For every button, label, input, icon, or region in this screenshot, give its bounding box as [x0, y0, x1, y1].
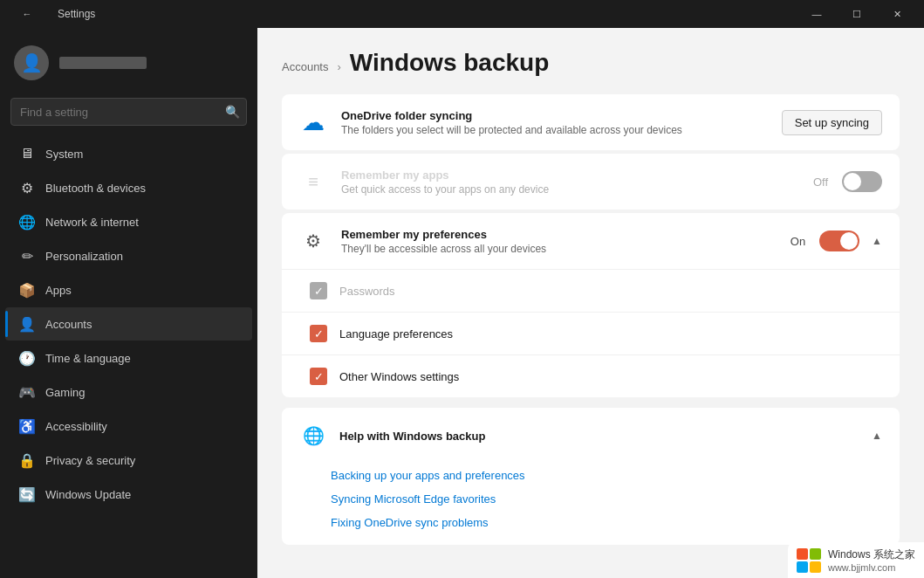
watermark-text: Windows 系统之家 www.bjjmlv.com — [828, 547, 915, 573]
sidebar-item-system-label: System — [45, 148, 83, 161]
remember-prefs-desc: They'll be accessible across all your de… — [341, 243, 777, 255]
windows-logo — [797, 548, 821, 573]
setup-sync-button[interactable]: Set up syncing — [782, 110, 882, 135]
passwords-row: ✓ Passwords — [282, 269, 900, 312]
help-link-0[interactable]: Backing up your apps and preferences — [331, 464, 882, 487]
sidebar: 👤 🔍 🖥System⚙Bluetooth & devices🌐Network … — [0, 28, 257, 578]
user-profile[interactable]: 👤 — [0, 35, 257, 91]
sidebar-item-time[interactable]: 🕐Time & language — [5, 341, 252, 375]
personalization-icon: ✏ — [19, 248, 35, 264]
breadcrumb-parent[interactable]: Accounts — [282, 60, 328, 73]
network-icon: 🌐 — [19, 214, 35, 230]
help-card: 🌐 Help with Windows backup ▲ Backing up … — [282, 408, 900, 545]
sidebar-item-accounts[interactable]: 👤Accounts — [5, 307, 252, 341]
remember-apps-toggle-knob — [844, 173, 861, 190]
help-link-1[interactable]: Syncing Microsoft Edge favorites — [331, 487, 882, 511]
other-windows-checkbox[interactable]: ✓ — [310, 368, 327, 385]
sidebar-item-gaming-label: Gaming — [45, 386, 86, 399]
passwords-checkbox[interactable]: ✓ — [310, 282, 327, 299]
sidebar-item-accessibility[interactable]: ♿Accessibility — [5, 409, 252, 443]
search-input[interactable] — [10, 98, 247, 126]
remember-prefs-chevron[interactable]: ▲ — [872, 235, 882, 247]
remember-prefs-text: Remember my preferences They'll be acces… — [341, 228, 777, 255]
close-button[interactable]: ✕ — [877, 0, 917, 28]
help-links: Backing up your apps and preferencesSync… — [282, 464, 900, 545]
remember-apps-row: ≡ Remember my apps Get quick access to y… — [282, 154, 900, 210]
privacy-icon: 🔒 — [19, 452, 35, 468]
help-header[interactable]: 🌐 Help with Windows backup ▲ — [282, 408, 900, 464]
sidebar-item-personalization-label: Personalization — [45, 250, 123, 263]
passwords-label: Passwords — [339, 285, 395, 298]
other-windows-label: Other Windows settings — [339, 370, 459, 383]
sidebar-item-apps-label: Apps — [45, 284, 72, 297]
remember-prefs-action: On ▲ — [791, 231, 882, 251]
sidebar-item-gaming[interactable]: 🎮Gaming — [5, 375, 252, 409]
main-layout: 👤 🔍 🖥System⚙Bluetooth & devices🌐Network … — [0, 28, 924, 578]
search-container: 🔍 — [10, 98, 247, 126]
language-prefs-checkbox[interactable]: ✓ — [310, 325, 327, 342]
help-chevron[interactable]: ▲ — [872, 430, 882, 442]
sidebar-item-apps[interactable]: 📦Apps — [5, 273, 252, 306]
titlebar: ← Settings — ☐ ✕ — [0, 0, 924, 28]
sidebar-item-bluetooth[interactable]: ⚙Bluetooth & devices — [5, 171, 252, 204]
search-icon: 🔍 — [225, 105, 240, 119]
sidebar-item-personalization[interactable]: ✏Personalization — [5, 239, 252, 272]
onedrive-card: ☁ OneDrive folder syncing The folders yo… — [282, 94, 900, 150]
sidebar-item-bluetooth-label: Bluetooth & devices — [45, 182, 146, 195]
sidebar-item-windows_update-label: Windows Update — [45, 488, 131, 501]
remember-prefs-row: ⚙ Remember my preferences They'll be acc… — [282, 213, 900, 269]
main-content: Accounts › Windows backup ☁ OneDrive fol… — [257, 28, 924, 578]
onedrive-text: OneDrive folder syncing The folders you … — [341, 109, 768, 136]
accounts-icon: 👤 — [19, 316, 35, 332]
onedrive-row: ☁ OneDrive folder syncing The folders yo… — [282, 94, 900, 150]
minimize-button[interactable]: — — [797, 0, 837, 28]
remember-prefs-toggle[interactable] — [819, 231, 859, 251]
time-icon: 🕐 — [19, 350, 35, 366]
bluetooth-icon: ⚙ — [19, 180, 35, 196]
avatar: 👤 — [14, 45, 49, 80]
avatar-icon: 👤 — [21, 52, 43, 73]
remember-prefs-toggle-label: On — [791, 235, 805, 248]
onedrive-action: Set up syncing — [782, 110, 882, 135]
onedrive-title: OneDrive folder syncing — [341, 109, 768, 122]
sidebar-item-time-label: Time & language — [45, 352, 131, 365]
sidebar-item-privacy[interactable]: 🔒Privacy & security — [5, 444, 252, 477]
language-prefs-label: Language preferences — [339, 327, 453, 341]
system-icon: 🖥 — [19, 146, 35, 162]
remember-apps-icon: ≡ — [299, 168, 327, 196]
sidebar-item-accessibility-label: Accessibility — [45, 420, 107, 433]
sidebar-item-network[interactable]: 🌐Network & internet — [5, 205, 252, 238]
remember-prefs-toggle-knob — [840, 232, 858, 250]
maximize-button[interactable]: ☐ — [837, 0, 877, 28]
gaming-icon: 🎮 — [19, 384, 35, 400]
sidebar-item-windows_update[interactable]: 🔄Windows Update — [5, 478, 252, 511]
other-windows-row: ✓ Other Windows settings — [282, 354, 900, 397]
sidebar-item-privacy-label: Privacy & security — [45, 454, 135, 467]
remember-apps-desc: Get quick access to your apps on any dev… — [341, 183, 799, 196]
help-icon: 🌐 — [299, 422, 327, 450]
back-button[interactable]: ← — [7, 0, 47, 28]
sidebar-item-system[interactable]: 🖥System — [5, 137, 252, 170]
titlebar-left: ← Settings — [7, 0, 95, 28]
username-placeholder — [59, 57, 147, 69]
sidebar-item-network-label: Network & internet — [45, 216, 139, 229]
windows_update-icon: 🔄 — [19, 486, 35, 502]
apps-icon: 📦 — [19, 282, 35, 298]
page-title: Windows backup — [350, 49, 549, 77]
breadcrumb-separator: › — [337, 60, 340, 73]
remember-apps-action: Off — [813, 171, 882, 192]
sidebar-nav: 🖥System⚙Bluetooth & devices🌐Network & in… — [0, 136, 257, 578]
help-title: Help with Windows backup — [339, 430, 856, 443]
remember-apps-toggle[interactable] — [842, 171, 882, 192]
remember-prefs-card: ⚙ Remember my preferences They'll be acc… — [282, 213, 900, 397]
language-prefs-row: ✓ Language preferences — [282, 312, 900, 354]
accessibility-icon: ♿ — [19, 418, 35, 434]
remember-prefs-icon: ⚙ — [299, 227, 327, 255]
remember-apps-text: Remember my apps Get quick access to you… — [341, 169, 799, 196]
window-controls: — ☐ ✕ — [797, 0, 917, 28]
onedrive-desc: The folders you select will be protected… — [341, 124, 768, 136]
app-title: Settings — [58, 8, 95, 20]
help-link-2[interactable]: Fixing OneDrive sync problems — [331, 511, 882, 534]
remember-apps-toggle-label: Off — [813, 175, 828, 189]
remember-prefs-title: Remember my preferences — [341, 228, 777, 241]
